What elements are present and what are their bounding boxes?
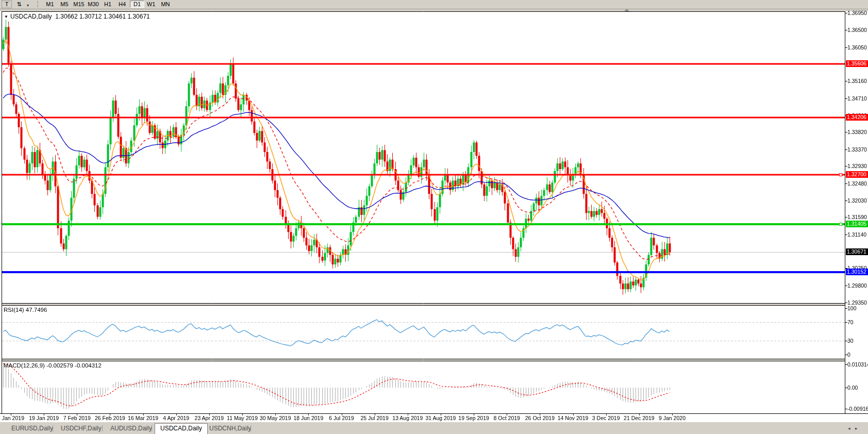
hline-price-tag[interactable]: 1.32700 [846, 171, 868, 178]
macd-label: MACD(12,26,9) -0.002579 -0.004312 [4, 362, 102, 369]
date-axis-label: 6 Jul 2019 [329, 415, 354, 421]
symbol-period-label: USDCAD,Daily [10, 13, 52, 20]
tab-separator [152, 425, 152, 431]
tab-usdcad-daily[interactable]: USDCAD,Daily [155, 423, 208, 434]
date-axis-label: 23 Apr 2019 [195, 415, 224, 421]
chart-tab-bar: ◂ ▸ EURUSD,DailyUSDCHF,DailyAUDUSD,Daily… [0, 422, 868, 434]
macd-values: -0.002579 -0.004312 [46, 362, 102, 369]
date-axis-label: 21 Dec 2019 [624, 415, 655, 421]
timeframe-button-m5[interactable]: M5 [58, 1, 71, 8]
timeframe-button-w1[interactable]: W1 [144, 1, 158, 8]
price-axis-tick: 1.36050 [847, 44, 868, 51]
tab-scroll-left-icon[interactable]: ◂ [848, 426, 850, 431]
price-axis-tick: 1.32930 [847, 163, 868, 169]
tab-separator [102, 425, 103, 431]
current-price-tag: 1.30671 [846, 248, 868, 255]
rsi-label: RSI(14) 47.7496 [4, 307, 47, 313]
tab-separator [251, 425, 251, 431]
hline-price-tag[interactable]: 1.34206 [846, 114, 868, 121]
tab-audusd-daily[interactable]: AUDUSD,Daily [105, 424, 157, 432]
macd-axis-tick: 0.010314 [847, 361, 868, 368]
price-axis-tick: 1.33820 [847, 129, 868, 135]
chart-shift-marker[interactable] [624, 9, 629, 11]
price-axis-tick: 1.31140 [847, 231, 868, 238]
price-axis-tick: 1.34710 [847, 95, 868, 102]
date-axis-label: 8 Oct 2019 [494, 415, 520, 421]
chart-title: ▼USDCAD,Daily 1.30662 1.30712 1.30461 1.… [4, 13, 150, 20]
tab-eurusd-daily[interactable]: EURUSD,Daily [6, 424, 58, 432]
date-axis-label: 4 Apr 2019 [163, 415, 189, 421]
ohlc-values: 1.30662 1.30712 1.30461 1.30671 [55, 13, 150, 20]
tab-usdchf-daily[interactable]: USDCHF,Daily [56, 424, 107, 432]
date-axis-label: 11 May 2019 [227, 415, 258, 421]
toolbar-grip [37, 1, 40, 7]
date-axis-label: 7 Feb 2019 [63, 415, 91, 421]
price-axis-tick: 1.32030 [847, 197, 868, 204]
rsi-axis-tick: 0 [847, 352, 868, 358]
price-axis-tick: 1.29800 [847, 282, 868, 289]
text-tool-button[interactable]: T [2, 1, 12, 8]
date-axis-label: 16 Mar 2019 [128, 415, 158, 421]
date-axis-label: 18 Jun 2019 [293, 415, 323, 421]
date-axis-label: 14 Nov 2019 [558, 415, 589, 421]
date-axis-label: 26 Feb 2019 [95, 415, 125, 421]
date-axis-label: 31 Aug 2019 [425, 415, 456, 421]
macd-axis-tick: 0.00 [847, 385, 868, 391]
date-axis-label: 19 Jan 2019 [29, 415, 59, 421]
hline-price-tag[interactable]: 1.30152 [846, 269, 868, 275]
arrange-icon[interactable]: ⇅ [14, 1, 24, 8]
chevron-down-icon[interactable]: ▾ [25, 2, 31, 9]
tab-separator [53, 425, 53, 431]
rsi-axis-tick: 30 [847, 338, 868, 344]
timeframe-button-mn[interactable]: MN [159, 1, 172, 8]
date-axis-label: 30 May 2019 [260, 415, 291, 421]
timeframe-button-m1[interactable]: M1 [43, 1, 57, 8]
date-axis-label: 13 Aug 2019 [392, 415, 423, 421]
collapse-triangle-icon[interactable]: ▼ [4, 14, 8, 19]
timeframe-button-h1[interactable]: H1 [101, 1, 114, 8]
price-axis-tick: 1.33370 [847, 146, 868, 153]
price-axis-tick: 1.31590 [847, 214, 868, 220]
macd-axis-tick: -0.009166 [847, 406, 868, 412]
date-axis-label: 19 Sep 2019 [458, 415, 489, 421]
timeframe-button-m15[interactable]: M15 [72, 1, 86, 8]
rsi-value: 47.7496 [26, 307, 47, 313]
terminal-window: T ⇅ ▾ M1M5M15M30H1H4D1W1MN ▼USDCAD,Daily… [0, 0, 868, 434]
tab-usdcnh-daily[interactable]: USDCNH,Daily [204, 424, 256, 432]
date-axis-label: 1 Jan 2019 [0, 415, 24, 421]
hline-price-tag[interactable]: 1.35606 [846, 60, 868, 67]
date-axis-label: 25 Jul 2019 [360, 415, 388, 421]
price-axis-tick: 1.32480 [847, 180, 868, 187]
date-axis-label: 3 Dec 2019 [592, 415, 620, 421]
timeframe-button-h4[interactable]: H4 [115, 1, 129, 8]
toolbar: T ⇅ ▾ M1M5M15M30H1H4D1W1MN [0, 0, 868, 9]
price-axis-tick: 1.36950 [847, 10, 868, 16]
date-axis-label: 9 Jan 2020 [659, 415, 686, 421]
timeframe-button-m30[interactable]: M30 [87, 1, 100, 8]
rsi-axis-tick: 100 [847, 305, 868, 311]
price-axis-tick: 1.35160 [847, 78, 868, 84]
rsi-axis-tick: 70 [847, 319, 868, 325]
date-axis-label: 26 Oct 2019 [525, 415, 555, 421]
hline-price-tag[interactable]: 1.31405 [846, 221, 868, 227]
timeframe-button-d1[interactable]: D1 [130, 1, 144, 8]
price-axis-tick: 1.36500 [847, 27, 868, 33]
tab-scroll-right-icon[interactable]: ▸ [855, 426, 858, 431]
chart-canvas[interactable] [0, 0, 868, 434]
